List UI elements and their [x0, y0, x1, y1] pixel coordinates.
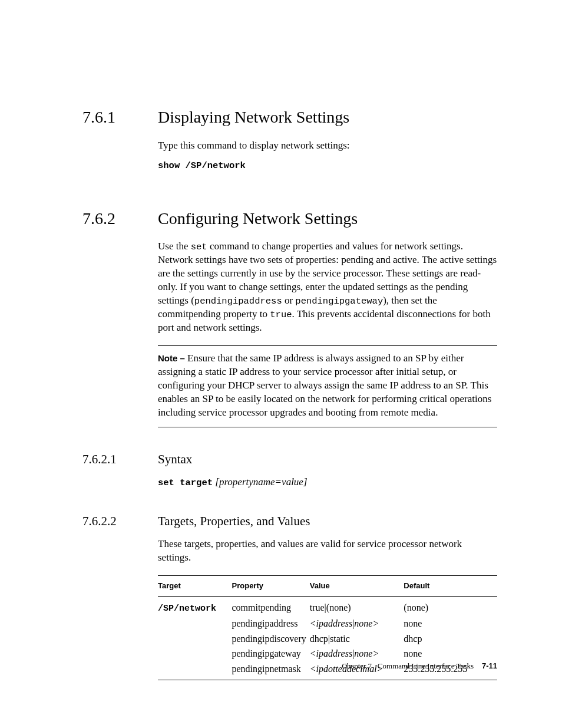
cell-property: pendingipnetmask — [232, 661, 310, 680]
syntax-cmd: set target — [158, 477, 213, 488]
heading-7-6-2: 7.6.2 Configuring Network Settings — [82, 207, 497, 230]
cell-target: /SP/network — [158, 596, 232, 616]
cell-property: pendingipaddress — [232, 616, 310, 631]
heading-title: Configuring Network Settings — [158, 207, 358, 230]
syntax-line: set target [propertyname=value] — [158, 476, 497, 489]
heading-title: Targets, Properties, and Values — [158, 513, 310, 529]
section-body: Type this command to display network set… — [158, 139, 497, 172]
section-body: Use the set command to change properties… — [158, 240, 497, 427]
table-row: /SP/network commitpending true|(none) (n… — [158, 596, 497, 616]
table-row: pendingipdiscovery dhcp|static dhcp — [158, 631, 497, 647]
th-default: Default — [404, 576, 497, 597]
note-label: Note – — [158, 353, 187, 363]
table-row: pendingipgateway <ipaddress|none> none — [158, 646, 497, 661]
th-target: Target — [158, 576, 232, 597]
th-property: Property — [232, 576, 310, 597]
text: Use the — [158, 241, 191, 252]
heading-7-6-1: 7.6.1 Displaying Network Settings — [82, 106, 497, 129]
heading-title: Syntax — [158, 451, 192, 467]
heading-title: Displaying Network Settings — [158, 106, 349, 129]
note-box: Note – Ensure that the same IP address i… — [158, 345, 497, 427]
heading-number: 7.6.2.2 — [82, 513, 158, 529]
section-7-6-1: 7.6.1 Displaying Network Settings Type t… — [82, 106, 497, 172]
section-7-6-2: 7.6.2 Configuring Network Settings Use t… — [82, 207, 497, 681]
cell-value: true|(none) — [310, 596, 404, 616]
table-row: pendingipaddress <ipaddress|none> none — [158, 616, 497, 631]
intro-text: Type this command to display network set… — [158, 139, 497, 153]
heading-number: 7.6.1 — [82, 106, 158, 129]
heading-number: 7.6.2.1 — [82, 451, 158, 467]
cell-property: pendingipgateway — [232, 646, 310, 661]
config-paragraph: Use the set command to change properties… — [158, 240, 497, 335]
heading-7-6-2-2: 7.6.2.2 Targets, Properties, and Values — [82, 513, 497, 529]
tpv-intro: These targets, properties, and values ar… — [158, 538, 497, 565]
cell-default: (none) — [404, 596, 497, 616]
footer-title: Command Line Interface Tasks — [378, 661, 474, 670]
cell-default: none — [404, 646, 497, 661]
footer-page-number: 7-11 — [482, 661, 497, 670]
table-header-row: Target Property Value Default — [158, 576, 497, 597]
code-true: true — [270, 309, 292, 320]
command-line: show /SP/network — [158, 159, 497, 172]
code-pendingipgateway: pendingipgateway — [295, 296, 383, 307]
footer-chapter: Chapter 7 — [342, 661, 372, 670]
cell-default: dhcp — [404, 631, 497, 647]
note-body: Ensure that the same IP address is alway… — [158, 353, 491, 418]
cell-value: dhcp|static — [310, 631, 404, 647]
code-pendingipaddress: pendingipaddress — [194, 296, 282, 307]
page-content: 7.6.1 Displaying Network Settings Type t… — [0, 0, 562, 680]
syntax-body: set target [propertyname=value] — [158, 476, 497, 489]
command-text: show /SP/network — [158, 160, 246, 171]
cell-property: pendingipdiscovery — [232, 631, 310, 647]
cell-property: commitpending — [232, 596, 310, 616]
page-footer: Chapter 7 Command Line Interface Tasks7-… — [342, 661, 497, 671]
heading-7-6-2-1: 7.6.2.1 Syntax — [82, 451, 497, 467]
cell-value: <ipaddress|none> — [310, 616, 404, 631]
tpv-body: These targets, properties, and values ar… — [158, 538, 497, 680]
heading-number: 7.6.2 — [82, 207, 158, 230]
code-set: set — [191, 242, 207, 252]
text: or — [282, 295, 296, 306]
th-value: Value — [310, 576, 404, 597]
cell-default: none — [404, 616, 497, 631]
syntax-arg: [propertyname=value] — [215, 476, 307, 487]
cell-value: <ipaddress|none> — [310, 646, 404, 661]
target-code: /SP/network — [158, 604, 216, 614]
